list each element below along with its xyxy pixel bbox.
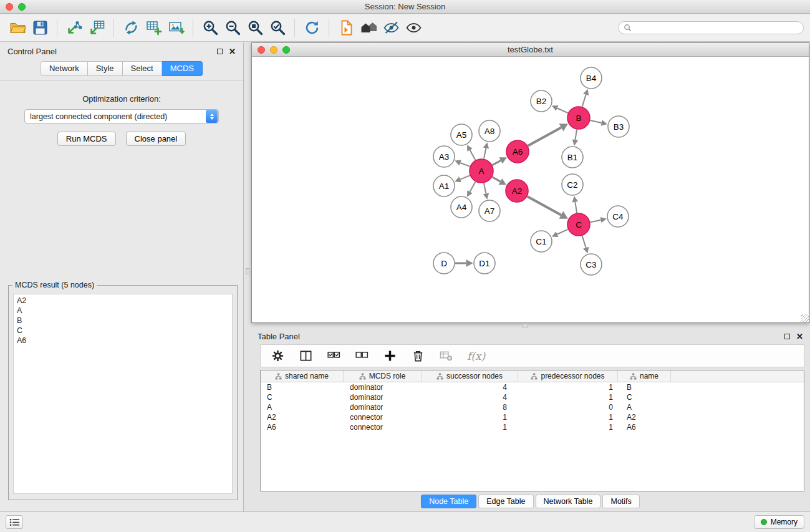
edge-A-A1[interactable] [460,175,470,179]
close-table-panel-icon[interactable]: ✕ [796,332,803,341]
zoom-out-button[interactable] [221,17,244,39]
column-header-shared-name[interactable]: shared name [261,370,344,382]
open-session-button[interactable] [6,17,29,39]
edge-A-A5[interactable] [470,150,476,160]
edge-A2-C[interactable] [528,196,561,215]
hide-eye-button[interactable] [380,17,402,39]
column-header-successor-nodes[interactable]: successor nodes [422,370,518,382]
table-row[interactable]: A2connector11A2 [261,412,804,422]
column-header-name[interactable]: name [618,370,671,382]
mcds-result-list[interactable]: A2ABCA6 [13,294,233,494]
control-panel-header: Control Panel ✕ [0,42,243,57]
tab-style[interactable]: Style [88,61,123,76]
tab-mcds[interactable]: MCDS [162,61,203,76]
import-network-button[interactable] [63,17,85,39]
close-panel-button[interactable]: Close panel [126,132,186,146]
mcds-result-item[interactable]: A [17,306,229,316]
new-table-button[interactable] [142,17,165,39]
edge-C-C2[interactable] [575,202,577,213]
table-cell: 1 [518,412,618,422]
search-input[interactable] [635,24,798,32]
table-cell-filler [671,382,804,392]
edge-B-B2[interactable] [557,108,568,113]
mcds-result-item[interactable]: A2 [17,296,229,306]
run-mcds-button[interactable]: Run MCDS [57,132,116,146]
edge-B-B4[interactable] [582,95,586,107]
table-panel-tabs: Node TableEdge TableNetwork TableMotifs [251,491,809,511]
edge-A6-B[interactable] [528,127,561,145]
ndex-home-button[interactable] [357,17,380,39]
edge-arrow-icon [600,217,607,223]
select-all-button[interactable] [327,348,341,364]
edge-A-A3[interactable] [460,163,470,167]
edge-A-A2[interactable] [492,177,500,181]
edge-A-A4[interactable] [470,182,476,192]
edge-A-A6[interactable] [493,160,501,165]
tab-select[interactable]: Select [123,61,162,76]
column-sort-icon [359,373,366,380]
close-window-icon[interactable] [6,3,13,11]
table-settings-button[interactable] [271,348,285,364]
memory-button[interactable]: Memory [754,515,804,529]
apply-layout-button[interactable] [120,17,142,39]
node-label-A2: A2 [512,186,523,196]
delete-row-button[interactable] [411,348,425,364]
close-panel-icon[interactable]: ✕ [229,47,236,56]
vertical-splitter-handle[interactable] [246,268,249,274]
export-image-button[interactable] [165,17,187,39]
table-cell: B [618,382,671,392]
add-row-button[interactable] [383,348,397,364]
zoom-selected-button[interactable] [266,17,289,39]
edge-B-B1[interactable] [575,130,577,140]
mcds-result-item[interactable]: A6 [17,336,229,346]
edge-C-C4[interactable] [591,220,601,223]
tab-network-table[interactable]: Network Table [536,495,601,508]
mcds-result-item[interactable]: B [17,316,229,326]
node-label-A5: A5 [456,130,467,140]
table-row[interactable]: Cdominator41C [261,392,804,402]
minimize-view-icon[interactable] [270,46,277,54]
import-table-button[interactable] [85,17,108,39]
optimization-criterion-dropdown[interactable]: largest connected component (directed) [24,109,219,123]
table-row[interactable]: Adominator80A [261,402,804,412]
close-view-icon[interactable] [258,46,265,54]
deselect-all-button[interactable] [355,348,369,364]
search-box[interactable] [618,21,804,34]
function-builder-button: f(x) [467,348,485,364]
network-view-title: testGlobe.txt [252,45,809,54]
edge-A-A8[interactable] [484,148,486,158]
tab-edge-table[interactable]: Edge Table [478,495,533,508]
table-row[interactable]: Bdominator41B [261,382,804,392]
mcds-result-item[interactable]: C [17,326,229,336]
node-label-B2: B2 [536,97,547,106]
zoom-fit-button[interactable] [244,17,266,39]
float-table-panel-icon[interactable] [784,334,790,339]
horizontal-splitter-handle[interactable] [522,324,528,327]
tab-motifs[interactable]: Motifs [602,495,639,508]
refresh-button[interactable] [301,17,323,39]
edge-B-B3[interactable] [591,120,602,123]
show-eye-button[interactable] [402,17,425,39]
zoom-view-icon[interactable] [282,46,290,54]
zoom-window-icon[interactable] [18,3,26,11]
table-row[interactable]: A6connector11A6 [261,422,804,432]
column-header-predecessor-nodes[interactable]: predecessor nodes [518,370,618,382]
tab-network[interactable]: Network [41,61,88,76]
edge-C-C3[interactable] [582,236,586,248]
import-file-button[interactable] [335,17,357,39]
main-toolbar-icons [6,17,425,39]
network-window-titlebar[interactable]: testGlobe.txt [252,43,809,57]
zoom-in-button[interactable] [199,17,221,39]
right-area: testGlobe.txt B4B2BB3A5A8A6B1A3AC2A1A2A4… [244,42,810,511]
resize-grip-icon[interactable] [801,314,809,322]
save-session-button[interactable] [29,17,51,39]
float-panel-icon[interactable] [217,49,223,54]
edge-A-A7[interactable] [484,183,486,194]
show-columns-button[interactable] [299,348,313,364]
edge-C-C1[interactable] [557,230,568,235]
table-cell: A2 [261,412,344,422]
column-header-MCDS-role[interactable]: MCDS role [344,370,422,382]
network-canvas[interactable]: B4B2BB3A5A8A6B1A3AC2A1A2A4A7C4CC1DD1C3 [252,57,809,322]
tab-node-table[interactable]: Node Table [421,495,476,508]
task-history-button[interactable] [6,515,23,529]
